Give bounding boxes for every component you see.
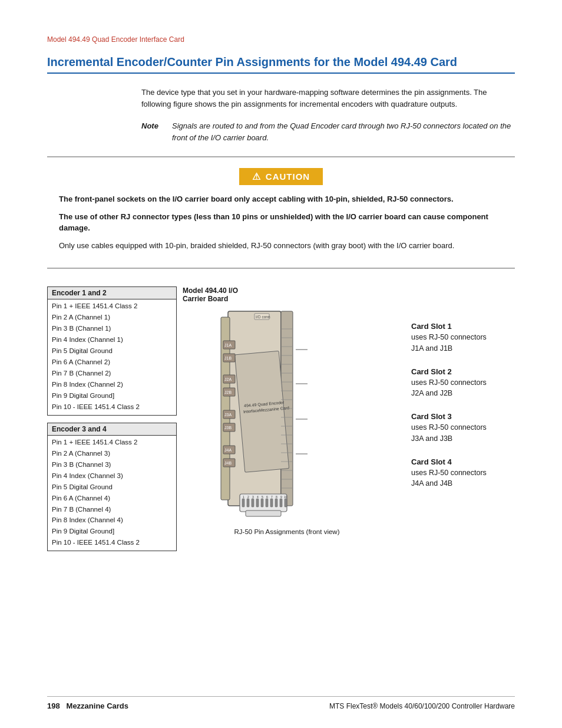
svg-text:J4B: J4B bbox=[224, 461, 232, 465]
svg-text:J2A: J2A bbox=[224, 377, 232, 381]
caution-text: Only use cables equipped with 10-pin, br… bbox=[59, 240, 503, 252]
svg-text:J4A: J4A bbox=[224, 448, 232, 452]
footer: 198 Mezzanine Cards MTS FlexTest® Models… bbox=[47, 696, 515, 710]
svg-text:J1B: J1B bbox=[224, 356, 232, 360]
svg-text:7: 7 bbox=[271, 495, 273, 499]
caution-section: ⚠ CAUTION The front-panel sockets on the… bbox=[47, 156, 515, 269]
svg-text:6: 6 bbox=[266, 495, 268, 499]
list-item: Pin 1 + IEEE 1451.4 Class 2 bbox=[52, 301, 172, 312]
svg-rect-57 bbox=[285, 499, 287, 507]
diagram-section: Encoder 1 and 2 Pin 1 + IEEE 1451.4 Clas… bbox=[47, 286, 515, 558]
list-item: Pin 2 A (Channel 3) bbox=[52, 448, 172, 459]
card-slot-1: Card Slot 1 uses RJ-50 connectorsJ1A and… bbox=[411, 322, 515, 354]
card-slot-1-title: Card Slot 1 bbox=[411, 322, 515, 331]
note-block: Note Signals are routed to and from the … bbox=[141, 120, 515, 143]
card-slot-2-desc: uses RJ-50 connectorsJ2A and J2B bbox=[411, 377, 515, 400]
svg-text:J1A: J1A bbox=[224, 343, 232, 347]
list-item: Pin 9 Digital Ground] bbox=[52, 390, 172, 401]
list-item: Pin 5 Digital Ground bbox=[52, 345, 172, 357]
list-item: Pin 3 B (Channel 3) bbox=[52, 459, 172, 470]
svg-text:I/O conn: I/O conn bbox=[256, 315, 270, 319]
svg-text:9: 9 bbox=[280, 495, 282, 499]
breadcrumb: Model 494.49 Quad Encoder Interface Card bbox=[47, 35, 515, 44]
encoder-box-2-header: Encoder 3 and 4 bbox=[48, 423, 176, 436]
caution-bold2: The use of other RJ connector types (les… bbox=[59, 211, 503, 234]
svg-text:10: 10 bbox=[284, 496, 287, 499]
list-item: Pin 1 + IEEE 1451.4 Class 2 bbox=[52, 437, 172, 448]
list-item: Pin 3 B (Channel 1) bbox=[52, 323, 172, 334]
encoder-box-2-rows: Pin 1 + IEEE 1451.4 Class 2 Pin 2 A (Cha… bbox=[48, 436, 176, 551]
svg-rect-50 bbox=[252, 499, 254, 507]
list-item: Pin 10 - IEEE 1451.4 Class 2 bbox=[52, 537, 172, 548]
encoder-box-1-header: Encoder 1 and 2 bbox=[48, 287, 176, 299]
pin-tables: Encoder 1 and 2 Pin 1 + IEEE 1451.4 Clas… bbox=[47, 286, 177, 558]
card-slot-1-desc: uses RJ-50 connectorsJ1A and J1B bbox=[411, 332, 515, 354]
svg-rect-52 bbox=[261, 499, 263, 507]
page-title: Incremental Encoder/Counter Pin Assignme… bbox=[47, 55, 515, 74]
list-item: Pin 8 Index (Channel 2) bbox=[52, 379, 172, 390]
svg-text:4: 4 bbox=[257, 495, 259, 499]
caution-header: ⚠ CAUTION bbox=[59, 168, 503, 185]
list-item: Pin 7 B (Channel 2) bbox=[52, 368, 172, 379]
board-svg: 494.49 Quad Encoder InterfaceMezzanine C… bbox=[210, 305, 363, 523]
svg-rect-68 bbox=[246, 510, 281, 516]
card-slot-3-title: Card Slot 3 bbox=[411, 412, 515, 421]
svg-text:J3B: J3B bbox=[224, 426, 232, 430]
list-item: Pin 8 Index (Channel 4) bbox=[52, 515, 172, 526]
card-slots: Card Slot 1 uses RJ-50 connectorsJ1A and… bbox=[397, 286, 515, 502]
encoder-box-2: Encoder 3 and 4 Pin 1 + IEEE 1451.4 Clas… bbox=[47, 423, 177, 552]
card-slot-3-desc: uses RJ-50 connectorsJ3A and J3B bbox=[411, 422, 515, 444]
encoder-box-1-rows: Pin 1 + IEEE 1451.4 Class 2 Pin 2 A (Cha… bbox=[48, 299, 176, 415]
svg-text:8: 8 bbox=[276, 495, 277, 499]
diagram-center: Model 494.40 I/OCarrier Board 494.49 Qua… bbox=[177, 286, 397, 535]
list-item: Pin 6 A (Channel 2) bbox=[52, 357, 172, 368]
card-slot-2-title: Card Slot 2 bbox=[411, 367, 515, 376]
svg-text:5: 5 bbox=[262, 495, 263, 499]
svg-rect-49 bbox=[247, 499, 249, 507]
list-item: Pin 6 A (Channel 4) bbox=[52, 493, 172, 504]
intro-text: The device type that you set in your har… bbox=[141, 87, 515, 110]
svg-rect-55 bbox=[275, 499, 277, 507]
page: Model 494.49 Quad Encoder Interface Card… bbox=[0, 0, 562, 728]
footer-page-number: 198 bbox=[47, 701, 60, 710]
encoder-box-1: Encoder 1 and 2 Pin 1 + IEEE 1451.4 Clas… bbox=[47, 286, 177, 416]
svg-rect-54 bbox=[270, 499, 273, 507]
card-slot-4-desc: uses RJ-50 connectorsJ4A and J4B bbox=[411, 467, 515, 490]
svg-text:1: 1 bbox=[243, 495, 244, 499]
footer-page-info: 198 Mezzanine Cards bbox=[47, 701, 128, 710]
svg-text:J3A: J3A bbox=[224, 413, 232, 417]
rj50-label: RJ-50 Pin Assignments (front view) bbox=[234, 528, 340, 535]
list-item: Pin 10 - IEEE 1451.4 Class 2 bbox=[52, 401, 172, 413]
caution-badge: ⚠ CAUTION bbox=[239, 168, 323, 185]
card-slot-3: Card Slot 3 uses RJ-50 connectorsJ3A and… bbox=[411, 412, 515, 444]
svg-text:2: 2 bbox=[247, 495, 249, 499]
list-item: Pin 4 Index (Channel 3) bbox=[52, 470, 172, 482]
list-item: Pin 7 B (Channel 4) bbox=[52, 504, 172, 515]
footer-product-label: MTS FlexTest® Models 40/60/100/200 Contr… bbox=[329, 702, 515, 710]
list-item: Pin 5 Digital Ground bbox=[52, 482, 172, 493]
list-item: Pin 2 A (Channel 1) bbox=[52, 312, 172, 323]
svg-text:3: 3 bbox=[252, 495, 254, 499]
model-label: Model 494.40 I/OCarrier Board bbox=[177, 286, 238, 303]
card-slot-4-title: Card Slot 4 bbox=[411, 457, 515, 466]
svg-text:J2B: J2B bbox=[224, 390, 232, 394]
svg-rect-53 bbox=[266, 499, 268, 507]
list-item: Pin 4 Index (Channel 1) bbox=[52, 334, 172, 345]
card-slot-4: Card Slot 4 uses RJ-50 connectorsJ4A and… bbox=[411, 457, 515, 490]
list-item: Pin 9 Digital Ground] bbox=[52, 526, 172, 537]
warning-icon: ⚠ bbox=[252, 171, 261, 182]
svg-rect-56 bbox=[280, 499, 282, 507]
note-label: Note bbox=[141, 120, 164, 143]
caution-label: CAUTION bbox=[266, 172, 310, 182]
caution-body: The front-panel sockets on the I/O carri… bbox=[59, 193, 503, 251]
caution-bold1: The front-panel sockets on the I/O carri… bbox=[59, 193, 503, 205]
footer-section-label: Mezzanine Cards bbox=[67, 701, 128, 710]
card-slot-2: Card Slot 2 uses RJ-50 connectorsJ2A and… bbox=[411, 367, 515, 400]
svg-rect-48 bbox=[242, 499, 244, 507]
note-text: Signals are routed to and from the Quad … bbox=[172, 120, 515, 143]
svg-rect-51 bbox=[256, 499, 259, 507]
